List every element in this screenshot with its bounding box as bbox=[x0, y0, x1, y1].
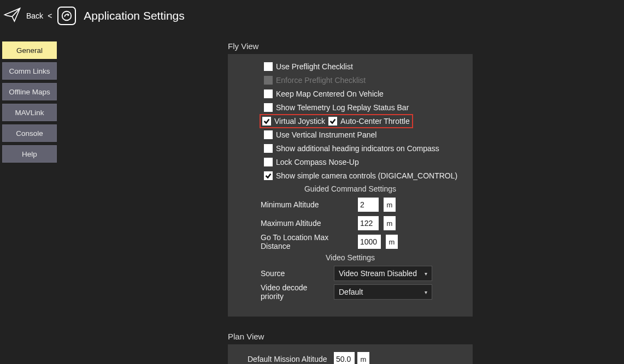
flyview-panel: Use Preflight Checklist Enforce Prefligh… bbox=[228, 54, 473, 317]
chevron-down-icon: ▾ bbox=[425, 271, 427, 277]
checkbox-lockcompass[interactable] bbox=[264, 158, 273, 166]
checkbox-simplecam[interactable] bbox=[264, 171, 273, 180]
input-default-mission-altitude[interactable] bbox=[334, 352, 355, 364]
unit-goto-distance: m bbox=[386, 235, 398, 249]
label-default-mission-altitude: Default Mission Altitude bbox=[248, 355, 331, 363]
select-video-decode[interactable]: Default ▾ bbox=[334, 284, 432, 300]
video-header: Video Settings bbox=[234, 253, 466, 262]
unit-default-mission-altitude: m bbox=[357, 352, 369, 364]
label-video-decode: Video decode priority bbox=[261, 283, 331, 301]
svg-point-0 bbox=[62, 11, 72, 21]
input-max-altitude[interactable] bbox=[358, 216, 379, 230]
checkbox-telemetry[interactable] bbox=[264, 103, 273, 112]
label-enforce: Enforce Preflight Checklist bbox=[276, 76, 366, 85]
label-virtual-joystick: Virtual Joystick bbox=[274, 117, 325, 126]
label-telemetry: Show Telemetry Log Replay Status Bar bbox=[276, 103, 409, 112]
sidebar-item-mavlink[interactable]: MAVLink bbox=[2, 104, 57, 121]
flyview-section-label: Fly View bbox=[228, 41, 602, 51]
back-link[interactable]: Back bbox=[26, 11, 43, 20]
app-icon[interactable] bbox=[57, 7, 76, 25]
label-goto-distance: Go To Location Max Distance bbox=[261, 233, 352, 250]
select-video-source[interactable]: Video Stream Disabled ▾ bbox=[334, 266, 432, 281]
label-preflight: Use Preflight Checklist bbox=[276, 62, 353, 71]
sidebar-item-help[interactable]: Help bbox=[2, 145, 57, 163]
checkbox-heading[interactable] bbox=[264, 144, 273, 153]
unit-min-altitude: m bbox=[384, 198, 396, 212]
unit-max-altitude: m bbox=[384, 216, 396, 230]
sidebar-item-comm-links[interactable]: Comm Links bbox=[2, 62, 57, 80]
input-min-altitude[interactable] bbox=[358, 198, 379, 212]
checkbox-autocenter[interactable] bbox=[328, 117, 337, 126]
checkbox-keepmap[interactable] bbox=[264, 89, 273, 98]
label-autocenter: Auto-Center Throttle bbox=[340, 117, 410, 126]
input-goto-distance[interactable] bbox=[358, 235, 381, 249]
select-video-source-value: Video Stream Disabled bbox=[339, 269, 417, 278]
topbar: Back < Application Settings bbox=[0, 0, 624, 32]
select-video-decode-value: Default bbox=[339, 288, 363, 296]
planview-panel: Default Mission Altitude m VTOL Transiti… bbox=[228, 344, 473, 364]
chevron-down-icon: ▾ bbox=[425, 289, 427, 295]
checkbox-enforce bbox=[264, 76, 273, 85]
label-vertpanel: Use Vertical Instrument Panel bbox=[276, 130, 376, 139]
label-max-altitude: Maximum Altitude bbox=[261, 219, 352, 228]
checkbox-vertpanel[interactable] bbox=[264, 130, 273, 139]
back-angle: < bbox=[48, 11, 52, 20]
label-simplecam: Show simple camera controls (DIGICAM_CON… bbox=[276, 171, 457, 180]
page-title: Application Settings bbox=[84, 9, 184, 22]
checkbox-preflight[interactable] bbox=[264, 62, 273, 71]
sidebar-item-offline-maps[interactable]: Offline Maps bbox=[2, 83, 57, 100]
guided-header: Guided Command Settings bbox=[234, 184, 466, 193]
paperplane-icon[interactable] bbox=[3, 5, 22, 26]
planview-section-label: Plan View bbox=[228, 332, 602, 341]
label-video-source: Source bbox=[261, 269, 331, 278]
label-min-altitude: Minimum Altitude bbox=[261, 200, 352, 209]
sidebar-item-general[interactable]: General bbox=[2, 41, 57, 59]
sidebar-item-console[interactable]: Console bbox=[2, 124, 57, 142]
sidebar: General Comm Links Offline Maps MAVLink … bbox=[0, 32, 57, 364]
label-keepmap: Keep Map Centered On Vehicle bbox=[276, 89, 384, 98]
label-lockcompass: Lock Compass Nose-Up bbox=[276, 158, 359, 166]
highlight-joystick: Virtual Joystick Auto-Center Throttle bbox=[260, 114, 413, 128]
checkbox-virtual-joystick[interactable] bbox=[262, 117, 271, 126]
label-heading: Show additional heading indicators on Co… bbox=[276, 144, 439, 153]
content: Fly View Use Preflight Checklist Enforce… bbox=[57, 32, 624, 364]
